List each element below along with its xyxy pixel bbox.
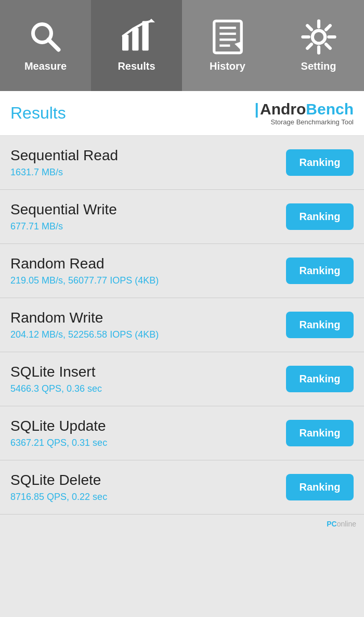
ranking-button-sequential-read[interactable]: Ranking <box>286 149 354 176</box>
result-info: Random Write 204.12 MB/s, 52256.58 IOPS … <box>10 310 159 340</box>
result-info: SQLite Insert 5466.3 QPS, 0.36 sec <box>10 364 102 394</box>
ranking-button-sqlite-insert[interactable]: Ranking <box>286 366 354 392</box>
svg-line-20 <box>307 44 311 48</box>
nav-label-measure: Measure <box>24 60 67 72</box>
result-row-sqlite-delete: SQLite Delete 8716.85 QPS, 0.22 sec Rank… <box>0 460 364 515</box>
ranking-button-sqlite-update[interactable]: Ranking <box>286 420 354 446</box>
brand-subtitle: Storage Benchmarking Tool <box>271 118 354 126</box>
result-name: SQLite Insert <box>10 364 102 380</box>
result-name: SQLite Delete <box>10 472 107 489</box>
nav-label-history: History <box>210 60 245 72</box>
results-list: Sequential Read 1631.7 MB/s Ranking Sequ… <box>0 136 364 515</box>
setting-icon <box>301 19 337 55</box>
page-header: Results |AndroBench Storage Benchmarking… <box>0 91 364 136</box>
nav-item-setting[interactable]: Setting <box>273 0 364 91</box>
result-row-sequential-read: Sequential Read 1631.7 MB/s Ranking <box>0 136 364 190</box>
svg-rect-6 <box>214 21 241 53</box>
svg-line-1 <box>48 40 58 49</box>
svg-line-18 <box>326 44 330 48</box>
brand-name: |AndroBench <box>255 100 354 118</box>
ranking-button-sqlite-delete[interactable]: Ranking <box>286 474 354 500</box>
svg-rect-4 <box>142 21 148 50</box>
result-value: 8716.85 QPS, 0.22 sec <box>10 492 107 503</box>
svg-point-12 <box>312 31 325 44</box>
result-value: 219.05 MB/s, 56077.77 IOPS (4KB) <box>10 275 159 286</box>
result-info: Sequential Read 1631.7 MB/s <box>10 147 118 178</box>
history-icon <box>210 19 246 55</box>
page-title: Results <box>10 104 66 123</box>
result-row-sqlite-insert: SQLite Insert 5466.3 QPS, 0.36 sec Ranki… <box>0 352 364 406</box>
brand-logo: |AndroBench Storage Benchmarking Tool <box>255 100 354 126</box>
ranking-button-random-write[interactable]: Ranking <box>286 312 354 338</box>
result-value: 5466.3 QPS, 0.36 sec <box>10 383 102 394</box>
results-icon <box>119 19 155 55</box>
nav-item-results[interactable]: Results <box>91 0 182 91</box>
navigation-bar: Measure Results History <box>0 0 364 91</box>
result-info: SQLite Update 6367.21 QPS, 0.31 sec <box>10 418 107 448</box>
ranking-button-random-read[interactable]: Ranking <box>286 258 354 284</box>
result-row-random-read: Random Read 219.05 MB/s, 56077.77 IOPS (… <box>0 244 364 298</box>
nav-label-results: Results <box>118 60 155 72</box>
result-name: Sequential Write <box>10 201 117 218</box>
ranking-button-sequential-write[interactable]: Ranking <box>286 203 354 230</box>
result-row-random-write: Random Write 204.12 MB/s, 52256.58 IOPS … <box>0 298 364 352</box>
result-value: 1631.7 MB/s <box>10 167 118 178</box>
result-row-sqlite-update: SQLite Update 6367.21 QPS, 0.31 sec Rank… <box>0 406 364 460</box>
result-value: 204.12 MB/s, 52256.58 IOPS (4KB) <box>10 329 159 340</box>
svg-rect-3 <box>132 28 138 51</box>
measure-icon <box>28 19 64 55</box>
result-info: Random Read 219.05 MB/s, 56077.77 IOPS (… <box>10 255 159 286</box>
result-value: 6367.21 QPS, 0.31 sec <box>10 438 107 448</box>
result-value: 677.71 MB/s <box>10 221 117 232</box>
svg-line-19 <box>326 25 330 30</box>
nav-item-measure[interactable]: Measure <box>0 0 91 91</box>
result-name: Random Write <box>10 310 159 326</box>
result-name: Random Read <box>10 255 159 272</box>
nav-item-history[interactable]: History <box>182 0 273 91</box>
svg-marker-11 <box>235 42 241 51</box>
result-name: SQLite Update <box>10 418 107 434</box>
watermark: PConline <box>0 515 364 533</box>
result-info: Sequential Write 677.71 MB/s <box>10 201 117 232</box>
svg-line-17 <box>307 25 311 30</box>
result-info: SQLite Delete 8716.85 QPS, 0.22 sec <box>10 472 107 503</box>
result-row-sequential-write: Sequential Write 677.71 MB/s Ranking <box>0 190 364 244</box>
nav-label-setting: Setting <box>301 60 336 72</box>
result-name: Sequential Read <box>10 147 118 164</box>
